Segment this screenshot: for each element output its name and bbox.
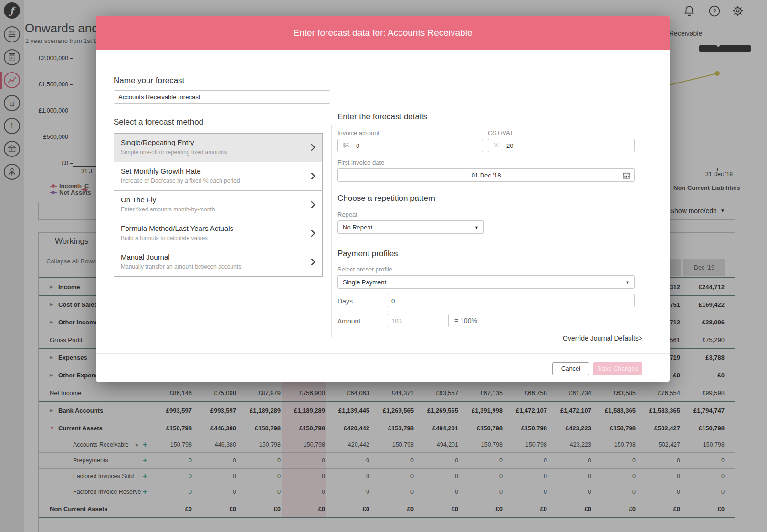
method-item-formula-method[interactable]: Formula Method/Last Years Actuals Build … — [114, 219, 322, 248]
caret-down-icon: ▼ — [474, 225, 479, 230]
chevron-right-icon — [309, 200, 317, 209]
method-title: Single/Repeating Entry — [121, 138, 194, 146]
method-description: Simple one-off or repeating fixed amount… — [121, 149, 227, 156]
footer-divider — [96, 353, 670, 354]
gst-vat-label: GST/VAT — [488, 129, 514, 136]
invoice-amount-label: Invoice amount — [337, 129, 379, 136]
chevron-right-icon — [309, 171, 317, 181]
calendar-icon — [623, 172, 630, 179]
modal-title: Enter forecast data for: Accounts Receiv… — [294, 28, 473, 38]
percent-prefix: % — [494, 142, 499, 149]
method-description: Build a formula to calculate values — [121, 235, 208, 241]
save-changes-button[interactable]: Save Changes — [593, 362, 642, 375]
method-item-set-monthly-growth-rate[interactable]: Set Monthly Growth Rate Increase or Decr… — [114, 162, 322, 191]
days-input[interactable] — [387, 294, 635, 307]
chevron-right-icon — [309, 257, 317, 267]
method-description: Increase or Decrease by a fixed % each p… — [121, 177, 240, 184]
amount-input[interactable] — [387, 314, 449, 327]
forecast-method-list: Single/Repeating Entry Simple one-off or… — [114, 133, 323, 277]
preset-profile-select[interactable]: Single Payment ▼ — [337, 275, 635, 289]
select-method-heading: Select a forecast method — [114, 117, 203, 127]
method-title: Manual Journal — [121, 253, 170, 261]
first-invoice-date-input[interactable]: 01 Dec '18 — [337, 168, 635, 182]
forecast-details-heading: Enter the forecast details — [337, 112, 427, 122]
payment-profiles-heading: Payment profiles — [337, 249, 398, 259]
repeat-select[interactable]: No Repeat ▼ — [337, 220, 484, 234]
modal-header: Enter forecast data for: Accounts Receiv… — [96, 16, 670, 50]
preset-profile-label: Select preset profile — [337, 266, 392, 273]
amount-label: Amount — [337, 317, 360, 325]
first-invoice-date-label: First invoice date — [337, 159, 384, 166]
method-description: Enter fixed amounts month-by-month — [121, 206, 215, 213]
amount-suffix: = 100% — [454, 317, 477, 324]
method-title: On The Fly — [121, 196, 156, 204]
method-description: Manually transfer an amount between acco… — [121, 263, 241, 270]
currency-prefix: $£ — [343, 142, 349, 149]
forecast-modal: Enter forecast data for: Accounts Receiv… — [96, 16, 670, 382]
method-title: Set Monthly Growth Rate — [121, 167, 201, 175]
repetition-heading: Choose a repetition pattern — [337, 194, 435, 203]
method-item-on-the-fly[interactable]: On The Fly Enter fixed amounts month-by-… — [114, 191, 322, 219]
days-label: Days — [337, 297, 353, 305]
name-forecast-heading: Name your forecast — [114, 76, 184, 85]
gst-vat-input[interactable] — [488, 139, 635, 152]
chevron-right-icon — [309, 229, 317, 238]
cancel-button[interactable]: Cancel — [552, 362, 589, 375]
method-item-manual-journal[interactable]: Manual Journal Manually transfer an amou… — [114, 248, 322, 276]
chevron-right-icon — [309, 143, 317, 152]
override-journal-defaults-link[interactable]: Override Journal Defaults> — [563, 334, 642, 342]
invoice-amount-input[interactable] — [337, 139, 483, 152]
method-item-single-repeating-entry[interactable]: Single/Repeating Entry Simple one-off or… — [114, 134, 322, 162]
caret-down-icon: ▼ — [625, 280, 630, 285]
method-title: Formula Method/Last Years Actuals — [121, 224, 233, 232]
repeat-label: Repeat — [337, 211, 357, 218]
panel-divider — [331, 125, 332, 337]
forecast-name-input[interactable] — [114, 90, 330, 104]
